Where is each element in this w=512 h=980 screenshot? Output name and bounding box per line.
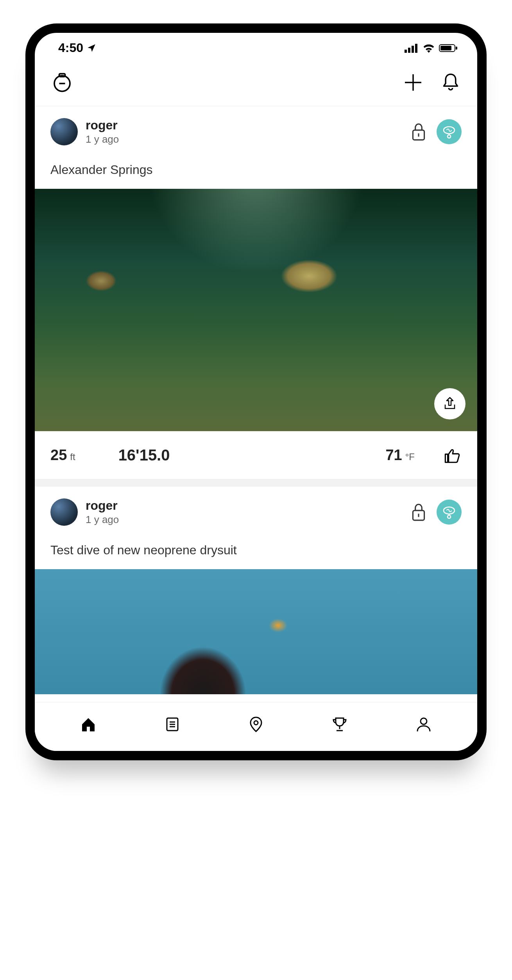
dive-mask-badge-icon[interactable] xyxy=(437,119,462,144)
status-bar: 4:50 xyxy=(35,33,477,59)
depth-unit: ft xyxy=(70,451,75,462)
stat-duration: 16'15.0 xyxy=(118,446,170,464)
lock-icon xyxy=(410,122,427,142)
svg-rect-2 xyxy=(412,46,414,53)
lock-icon xyxy=(410,502,427,522)
status-time-block: 4:50 xyxy=(58,41,97,55)
duration-value: 16'15.0 xyxy=(118,446,170,464)
nav-location-icon[interactable] xyxy=(245,713,267,735)
battery-icon xyxy=(439,43,458,53)
svg-point-29 xyxy=(421,718,427,724)
cellular-signal-icon xyxy=(405,43,419,53)
like-button[interactable] xyxy=(442,445,462,465)
svg-rect-3 xyxy=(415,44,417,53)
app-header xyxy=(35,59,477,106)
temp-value: 71 xyxy=(385,447,402,464)
post-card: roger 1 y ago Test dive of new neoprene … xyxy=(35,487,477,694)
svg-rect-6 xyxy=(456,47,457,50)
post-timestamp: 1 y ago xyxy=(86,133,402,145)
phone-frame: 4:50 xyxy=(25,23,487,760)
svg-rect-5 xyxy=(440,46,451,50)
svg-point-15 xyxy=(448,135,451,138)
dive-mask-badge-icon[interactable] xyxy=(437,500,462,525)
svg-rect-1 xyxy=(408,48,410,53)
post-username: roger xyxy=(86,498,402,513)
post-title: Alexander Springs xyxy=(35,153,477,189)
add-button[interactable] xyxy=(402,72,424,93)
post-title: Test dive of new neoprene drysuit xyxy=(35,534,477,569)
status-indicators xyxy=(405,43,458,53)
post-header: roger 1 y ago xyxy=(35,487,477,534)
svg-rect-0 xyxy=(405,50,407,53)
post-stats: 25 ft 16'15.0 71 °F xyxy=(35,431,477,479)
nav-profile-icon[interactable] xyxy=(413,713,435,735)
post-user-block[interactable]: roger 1 y ago xyxy=(86,498,402,526)
stat-depth: 25 ft xyxy=(50,447,75,464)
avatar[interactable] xyxy=(50,498,78,526)
post-header: roger 1 y ago xyxy=(35,106,477,153)
svg-point-20 xyxy=(448,515,451,518)
post-image[interactable] xyxy=(35,189,477,431)
svg-point-26 xyxy=(254,721,258,725)
feed[interactable]: roger 1 y ago Alexander Springs xyxy=(35,106,477,694)
location-arrow-icon xyxy=(86,43,97,53)
share-button[interactable] xyxy=(434,388,465,419)
depth-value: 25 xyxy=(50,447,67,464)
status-time: 4:50 xyxy=(58,41,83,55)
post-username: roger xyxy=(86,118,402,133)
post-user-block[interactable]: roger 1 y ago xyxy=(86,118,402,145)
avatar[interactable] xyxy=(50,118,78,145)
post-image[interactable] xyxy=(35,569,477,694)
nav-log-icon[interactable] xyxy=(161,713,183,735)
dive-computer-icon[interactable] xyxy=(50,71,74,94)
notifications-bell-icon[interactable] xyxy=(440,72,462,93)
post-timestamp: 1 y ago xyxy=(86,514,402,526)
bottom-nav xyxy=(35,702,477,751)
nav-trophy-icon[interactable] xyxy=(329,713,351,735)
temp-unit: °F xyxy=(405,451,415,462)
post-card: roger 1 y ago Alexander Springs xyxy=(35,106,477,479)
wifi-icon xyxy=(422,43,435,53)
nav-home-icon[interactable] xyxy=(77,713,99,735)
stat-temperature: 71 °F xyxy=(385,447,415,464)
